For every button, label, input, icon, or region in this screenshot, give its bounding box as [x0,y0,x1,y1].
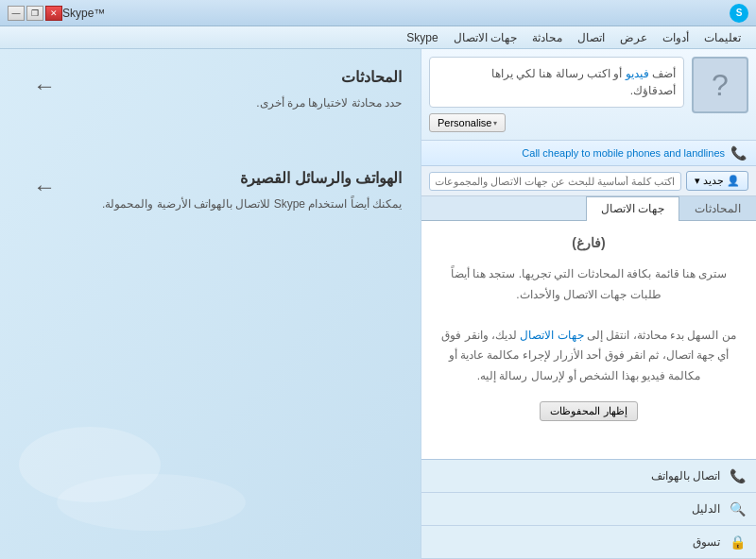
conversations-panel: (فارغ) ستری هنا قائمة بكافة المحادثات ال… [421,221,756,459]
close-button[interactable]: ✕ [45,6,62,21]
info-title-phones: الهواتف والرسائل القصيرة [56,169,402,187]
info-desc-phones: يمكنك أيضاً استخدام Skype للاتصال بالهوا… [56,195,402,213]
cloud-decoration-2 [57,474,246,531]
search-input[interactable] [429,172,681,191]
minimise-button[interactable]: — [8,6,25,21]
menu-skype[interactable]: Skype [399,29,445,46]
show-archived-button[interactable]: إظهار المحفوظات [540,401,637,421]
menu-conversation[interactable]: محادثة [524,29,570,46]
message-text-1: أضف [652,67,676,80]
info-section-phones: الهواتف والرسائل القصيرة يمكنك أيضاً است… [19,169,402,213]
main-container: ? أضف فيديو أو اكتب رسالة هنا لكي يراها … [0,49,756,559]
phone-icon: 📞 [730,145,747,161]
nav-item-phone[interactable]: 📞 اتصال بالهواتف [421,460,756,493]
nav-label-directory: الدليل [431,502,720,516]
restore-button[interactable]: ❐ [26,6,43,21]
nav-label-shop: تسوق [431,535,720,549]
show-archived-row: إظهار المحفوظات [436,401,742,421]
phone-nav-icon: 📞 [728,466,747,485]
message-text-2: أو اكتب رسالة هنا لكي يراها [491,67,623,80]
title-bar-text: Skype™ [62,7,724,20]
title-bar: S Skype™ — ❐ ✕ [0,0,756,26]
arrow-phones: ← [33,174,56,200]
empty-desc-2: طلبات جهات الاتصال والأحداث. [516,288,661,301]
window-controls: — ❐ ✕ [8,6,62,21]
personalise-button[interactable]: Personalise ▾ [429,113,506,132]
shop-nav-icon: 🔒 [728,533,747,551]
menu-call[interactable]: اتصال [570,29,612,46]
left-panel: ? أضف فيديو أو اكتب رسالة هنا لكي يراها … [421,49,756,559]
call-cheaply-text[interactable]: Call cheaply to mobile phones and landli… [522,147,725,159]
right-panel: المحادثات حدد محادثة لاختيارها مرة أخرى.… [0,49,421,559]
avatar-placeholder: ? [712,68,729,103]
nav-label-phone: اتصال بالهواتف [431,469,720,483]
person-icon: 👤 [727,175,740,187]
empty-desc-5: أي جهة اتصال، ثم انقر فوق أحد الأزرار لإ… [449,348,730,362]
empty-title: (فارغ) [436,235,742,250]
info-title-conversations: المحادثات [56,68,402,86]
tab-contacts[interactable]: جهات الاتصال [586,196,679,221]
empty-desc-4: لديك، وانقر فوق [441,329,517,342]
arrow-conversations: ← [33,73,56,99]
video-link[interactable]: فيديو [626,67,649,80]
profile-right: أضف فيديو أو اكتب رسالة هنا لكي يراها أص… [429,57,684,132]
call-cheaply-bar[interactable]: 📞 Call cheaply to mobile phones and land… [421,141,756,166]
profile-message: أضف فيديو أو اكتب رسالة هنا لكي يراها أص… [429,57,684,108]
menu-tools[interactable]: أدوات [655,29,696,46]
message-text-3: أصدقاؤك. [630,84,676,97]
empty-desc-3: من السهل بدء محادثة، انتقل إلى [587,329,736,342]
avatar: ? [692,57,748,113]
new-button[interactable]: 👤 جديد ▾ [686,171,748,191]
menu-contacts[interactable]: جهات الاتصال [446,29,524,46]
personalise-btn-row: Personalise ▾ [429,113,684,132]
empty-desc-1: ستری هنا قائمة بكافة المحادثات التي تجري… [451,267,727,280]
info-content-conversations: المحادثات حدد محادثة لاختيارها مرة أخرى. [56,68,402,112]
nav-item-directory[interactable]: 🔍 الدليل [421,493,756,526]
empty-desc-6: مكالمة فيديو بهذا الشخص أو لإرسال رسالة … [477,369,701,382]
app-logo: S [730,4,748,23]
menu-help[interactable]: تعليمات [696,29,748,46]
menu-view[interactable]: عرض [612,29,655,46]
personalise-dropdown-arrow: ▾ [493,119,497,127]
tab-conversations[interactable]: المحادثات [679,196,756,220]
info-section-conversations: المحادثات حدد محادثة لاختيارها مرة أخرى.… [19,68,402,112]
contacts-link[interactable]: جهات الاتصال [520,329,583,342]
info-desc-conversations: حدد محادثة لاختيارها مرة أخرى. [56,93,402,112]
search-nav-icon: 🔍 [728,500,747,518]
search-row: 👤 جديد ▾ [421,166,756,196]
nav-item-shop[interactable]: 🔒 تسوق [421,526,756,559]
menu-bar: تعليمات أدوات عرض اتصال محادثة جهات الات… [0,26,756,49]
empty-description: ستری هنا قائمة بكافة المحادثات التي تجري… [436,264,742,387]
tabs-row: المحادثات جهات الاتصال [421,196,756,221]
bottom-nav: 📞 اتصال بالهواتف 🔍 الدليل 🔒 تسوق [421,459,756,559]
new-btn-arrow: ▾ [695,175,700,187]
profile-area: ? أضف فيديو أو اكتب رسالة هنا لكي يراها … [421,49,756,141]
info-content-phones: الهواتف والرسائل القصيرة يمكنك أيضاً است… [56,169,402,213]
